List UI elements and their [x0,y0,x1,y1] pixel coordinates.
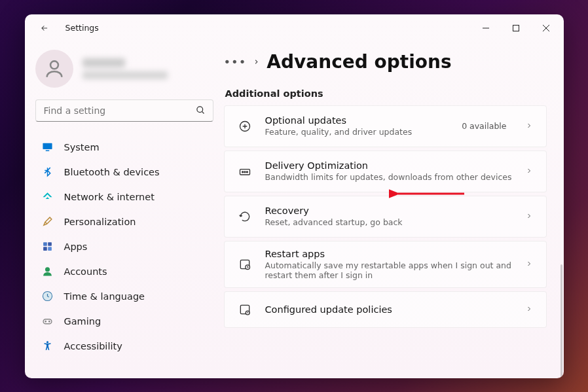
sidebar-item-system[interactable]: System [35,135,213,160]
back-button[interactable] [38,22,51,35]
gaming-icon [42,315,54,327]
search-icon [196,105,206,118]
svg-point-13 [45,267,50,272]
sidebar-item-time-language[interactable]: Time & language [35,284,213,309]
window-controls [471,16,561,41]
policy-icon [238,303,252,316]
chevron-right-icon [525,258,533,270]
sidebar-item-label: Network & internet [64,192,155,202]
plus-circle-icon [238,120,252,133]
sidebar-item-network-internet[interactable]: Network & internet [35,185,213,209]
minimize-button[interactable] [471,16,501,41]
card-title: Configured update policies [265,304,512,315]
avatar [35,50,73,88]
svg-point-16 [45,321,46,322]
main: ••• Advanced options Additional options … [224,42,564,378]
sidebar-item-accessibility[interactable]: Accessibility [35,334,213,359]
sidebar: SystemBluetooth & devicesNetwork & inter… [25,42,224,378]
search-input[interactable] [35,99,213,122]
sidebar-item-label: Personalization [64,217,136,227]
svg-line-6 [202,111,204,113]
chevron-right-icon [525,210,533,223]
maximize-button[interactable] [501,16,531,41]
svg-point-17 [49,321,50,322]
card-delivery-optimization[interactable]: Delivery Optimization Bandwidth limits f… [224,151,547,192]
svg-point-23 [246,171,248,172]
card-title: Delivery Optimization [265,160,512,171]
scrollbar[interactable] [560,264,562,378]
card-optional-updates[interactable]: Optional updates Feature, quality, and d… [224,105,547,147]
svg-rect-1 [513,25,519,31]
svg-rect-10 [48,242,52,246]
svg-point-18 [46,341,48,343]
settings-window: Settings Syst [25,14,564,378]
sidebar-item-label: Accessibility [64,341,122,351]
svg-rect-11 [43,247,47,251]
svg-point-5 [196,106,202,112]
bluetooth-icon [42,166,54,178]
sidebar-item-label: Apps [64,241,88,252]
close-button[interactable] [531,16,561,41]
card-restart-apps[interactable]: Restart apps Automatically save my resta… [224,241,547,288]
account-icon [42,266,54,277]
card-configured-update-policies[interactable]: Configured update policies [224,291,547,328]
sidebar-item-gaming[interactable]: Gaming [35,309,213,334]
app-title: Settings [65,23,99,33]
sidebar-item-apps[interactable]: Apps [35,234,213,259]
clock-icon [42,291,54,302]
card-body: Recovery Reset, advanced startup, go bac… [265,205,512,227]
wifi-icon [42,191,54,203]
card-title: Optional updates [265,115,449,126]
breadcrumb-more[interactable]: ••• [224,55,247,69]
sidebar-item-label: Time & language [64,291,145,302]
page-title: Advanced options [266,51,451,73]
profile[interactable] [35,50,213,88]
chevron-right-icon [525,120,533,132]
sidebar-item-personalization[interactable]: Personalization [35,209,213,234]
svg-rect-8 [46,150,50,151]
svg-point-21 [242,171,243,172]
svg-rect-7 [43,143,52,149]
sidebar-item-label: System [64,142,100,152]
svg-rect-15 [43,319,52,324]
card-subtitle: Bandwidth limits for updates, downloads … [265,172,512,182]
content: SystemBluetooth & devicesNetwork & inter… [25,42,564,378]
chevron-right-icon [253,56,260,68]
svg-point-22 [244,171,246,172]
delivery-icon [238,165,252,178]
chevron-right-icon [525,303,533,315]
card-title: Restart apps [265,249,512,259]
recovery-icon [238,210,252,223]
card-body: Delivery Optimization Bandwidth limits f… [265,160,512,182]
restart-icon [238,258,252,271]
chevron-right-icon [525,165,533,177]
section-heading: Additional options [225,88,547,99]
svg-rect-12 [48,247,52,251]
svg-point-4 [50,61,58,69]
sidebar-item-label: Bluetooth & devices [64,167,160,177]
card-recovery[interactable]: Recovery Reset, advanced startup, go bac… [224,196,547,238]
card-subtitle: Automatically save my restartable apps w… [265,260,512,280]
svg-rect-9 [43,242,47,246]
sidebar-item-accounts[interactable]: Accounts [35,259,213,284]
accessibility-icon [42,340,54,352]
sidebar-item-label: Gaming [64,316,101,327]
card-body: Restart apps Automatically save my resta… [265,249,512,280]
card-body: Configured update policies [265,304,512,315]
search-box[interactable] [35,99,213,122]
monitor-icon [42,141,54,153]
apps-icon [42,241,54,253]
breadcrumb: ••• Advanced options [224,51,547,73]
titlebar: Settings [25,14,564,42]
sidebar-item-bluetooth-devices[interactable]: Bluetooth & devices [35,160,213,185]
card-title: Recovery [265,205,512,216]
card-subtitle: Reset, advanced startup, go back [265,217,512,227]
cards-list: Optional updates Feature, quality, and d… [224,105,547,328]
card-subtitle: Feature, quality, and driver updates [265,127,449,137]
card-right-text: 0 available [462,121,506,131]
sidebar-item-label: Accounts [64,266,107,277]
profile-text [83,58,168,79]
card-body: Optional updates Feature, quality, and d… [265,115,449,137]
brush-icon [42,216,54,228]
nav: SystemBluetooth & devicesNetwork & inter… [35,135,213,378]
